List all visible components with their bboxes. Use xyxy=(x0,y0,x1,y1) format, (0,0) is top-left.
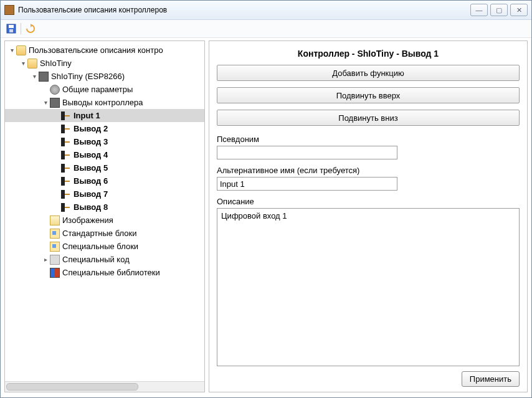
bottom-bar: Применить xyxy=(217,366,520,387)
folder-icon xyxy=(16,45,26,55)
tree[interactable]: ▾ Пользовательские описания контро ▾ ShI… xyxy=(5,41,204,381)
altname-label: Альтернативное имя (если требуется) xyxy=(217,166,520,175)
altname-input[interactable] xyxy=(217,177,397,191)
button-label: Подвинуть вверх xyxy=(336,91,401,100)
tree-pane: ▾ Пользовательские описания контро ▾ ShI… xyxy=(4,40,205,392)
titlebar: Пользовательские описания контроллеров —… xyxy=(1,1,531,20)
tree-pin[interactable]: Вывод 6 xyxy=(5,174,204,187)
chip-icon xyxy=(50,98,60,108)
expand-icon[interactable]: ▾ xyxy=(7,47,16,54)
description-label: Описание xyxy=(217,197,520,206)
tree-general-params[interactable]: Общие параметры xyxy=(5,83,204,96)
pin-icon xyxy=(61,111,71,121)
button-label: Подвинуть вниз xyxy=(338,113,397,123)
pin-icon xyxy=(61,150,71,160)
tree-label: Вывод 4 xyxy=(74,150,108,159)
tree-label: Вывод 3 xyxy=(74,137,108,146)
pin-icon xyxy=(61,137,71,147)
tree-pin[interactable]: Вывод 4 xyxy=(5,148,204,161)
apply-button[interactable]: Применить xyxy=(462,371,520,387)
tree-root[interactable]: ▾ Пользовательские описания контро xyxy=(5,44,204,57)
window-controls: — ▢ ✕ xyxy=(470,4,528,16)
alias-label: Псевдоним xyxy=(217,135,520,144)
tree-label: Input 1 xyxy=(74,111,100,120)
tree-label: Специальные блоки xyxy=(62,242,138,251)
svg-rect-1 xyxy=(9,25,14,28)
add-function-button[interactable]: Добавить функцию xyxy=(217,65,520,81)
tree-label: Стандартные блоки xyxy=(62,229,136,238)
pin-icon xyxy=(61,202,71,212)
tree-pin[interactable]: Вывод 2 xyxy=(5,122,204,135)
gear-icon xyxy=(50,85,60,95)
library-icon xyxy=(50,268,60,278)
tree-label: Вывод 2 xyxy=(74,124,108,133)
tree-outputs[interactable]: ▾ Выводы контроллера xyxy=(5,96,204,109)
main-window: Пользовательские описания контроллеров —… xyxy=(0,0,532,398)
tree-label: Специальный код xyxy=(62,255,130,264)
tree-spec-blocks[interactable]: Специальные блоки xyxy=(5,240,204,253)
tree-label: Вывод 7 xyxy=(74,189,108,199)
toolbar xyxy=(1,20,531,38)
tree-spec-libs[interactable]: Специальные библиотеки xyxy=(5,266,204,279)
minimize-button[interactable]: — xyxy=(470,4,488,16)
tree-spec-code[interactable]: ▸ Специальный код xyxy=(5,253,204,266)
expand-icon[interactable]: ▾ xyxy=(19,60,27,67)
app-icon xyxy=(4,5,14,15)
block-icon xyxy=(50,242,60,252)
tree-label: ShIoTiny xyxy=(40,59,72,68)
move-up-button[interactable]: Подвинуть вверх xyxy=(217,87,520,103)
save-icon[interactable] xyxy=(6,23,17,34)
tree-label: Вывод 5 xyxy=(74,163,108,173)
tree-label: ShIoTiny (ESP8266) xyxy=(51,72,125,81)
pin-icon xyxy=(61,163,71,173)
expand-icon[interactable]: ▾ xyxy=(30,73,39,80)
chip-icon xyxy=(39,72,49,82)
toolbar-separator xyxy=(21,23,21,34)
expand-icon[interactable]: ▸ xyxy=(41,256,50,263)
horizontal-scrollbar[interactable] xyxy=(5,381,204,392)
form-title: Контроллер - ShIoTiny - Вывод 1 xyxy=(217,49,520,59)
button-label: Добавить функцию xyxy=(332,69,404,78)
tree-pin[interactable]: Вывод 3 xyxy=(5,135,204,148)
move-down-button[interactable]: Подвинуть вниз xyxy=(217,110,520,126)
tree-label: Изображения xyxy=(62,216,113,225)
folder-icon xyxy=(27,59,37,69)
expand-icon[interactable]: ▾ xyxy=(41,99,50,106)
tree-label: Общие параметры xyxy=(62,85,133,94)
tree-label: Специальные библиотеки xyxy=(62,268,160,277)
tree-shiotiny-esp[interactable]: ▾ ShIoTiny (ESP8266) xyxy=(5,70,204,83)
tree-pin[interactable]: Вывод 8 xyxy=(5,201,204,214)
window-title: Пользовательские описания контроллеров xyxy=(18,6,470,14)
pin-icon xyxy=(61,176,71,186)
svg-rect-2 xyxy=(9,29,13,32)
tree-pin-input1[interactable]: Input 1 xyxy=(5,109,204,122)
tree-std-blocks[interactable]: Стандартные блоки xyxy=(5,227,204,240)
content-area: ▾ Пользовательские описания контро ▾ ShI… xyxy=(1,38,531,397)
button-label: Применить xyxy=(470,374,511,384)
refresh-icon[interactable] xyxy=(25,23,36,34)
block-icon xyxy=(50,229,60,239)
scrollbar-thumb[interactable] xyxy=(6,383,138,391)
pin-icon xyxy=(61,124,71,134)
tree-shiotiny[interactable]: ▾ ShIoTiny xyxy=(5,57,204,70)
close-button[interactable]: ✕ xyxy=(510,4,528,16)
tree-pin[interactable]: Вывод 7 xyxy=(5,187,204,201)
tree-images[interactable]: Изображения xyxy=(5,214,204,227)
alias-input[interactable] xyxy=(217,146,397,159)
form-pane: Контроллер - ShIoTiny - Вывод 1 Добавить… xyxy=(209,40,528,392)
tree-pin[interactable]: Вывод 5 xyxy=(5,161,204,174)
description-textarea[interactable] xyxy=(217,208,520,366)
tree-label: Вывод 8 xyxy=(74,202,108,212)
image-icon xyxy=(50,216,60,225)
maximize-button[interactable]: ▢ xyxy=(490,4,508,16)
tree-label: Пользовательские описания контро xyxy=(29,45,163,55)
tree-label: Выводы контроллера xyxy=(62,98,143,107)
tree-label: Вывод 6 xyxy=(74,176,108,186)
pin-icon xyxy=(61,189,71,199)
code-icon xyxy=(50,255,60,265)
